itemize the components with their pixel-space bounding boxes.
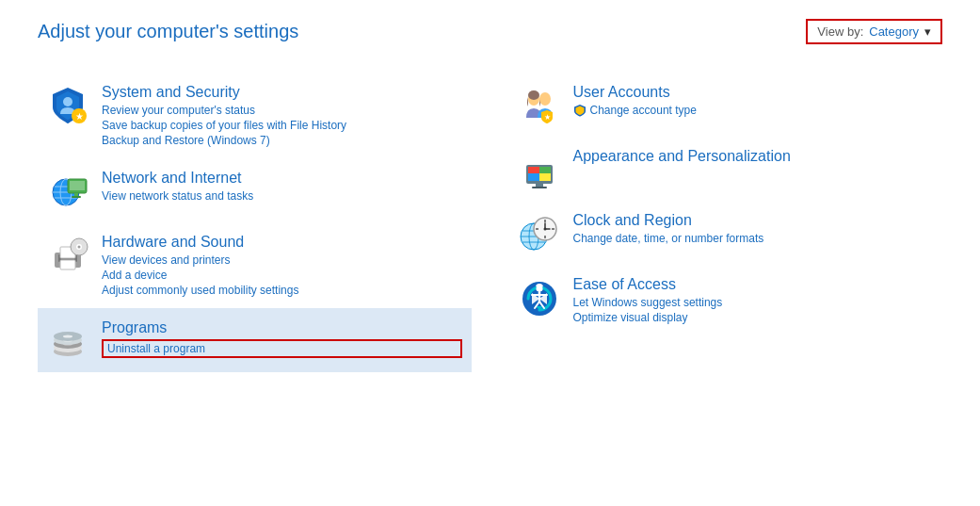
network-internet-icon — [47, 170, 88, 211]
mobility-settings-link[interactable]: Adjust commonly used mobility settings — [102, 284, 462, 297]
category-appearance[interactable]: Appearance and Personalization — [509, 137, 943, 201]
svg-point-56 — [536, 286, 542, 292]
svg-rect-33 — [536, 184, 543, 187]
svg-point-26 — [63, 335, 72, 338]
view-by-arrow: ▾ — [924, 24, 931, 39]
network-internet-content: Network and Internet View network status… — [102, 170, 462, 203]
svg-rect-35 — [528, 167, 539, 173]
system-security-icon: ★ — [47, 84, 88, 125]
view-devices-link[interactable]: View devices and printers — [102, 253, 462, 267]
svg-point-29 — [539, 92, 551, 106]
user-accounts-content: User Accounts Change account type — [573, 84, 934, 117]
programs-content: Programs Uninstall a program — [102, 319, 462, 358]
date-time-link[interactable]: Change date, time, or number formats — [573, 232, 934, 245]
hardware-sound-content: Hardware and Sound View devices and prin… — [102, 234, 462, 297]
category-system-security[interactable]: ★ System and Security Review your comput… — [38, 73, 472, 158]
categories-grid: ★ System and Security Review your comput… — [38, 73, 942, 372]
left-column: ★ System and Security Review your comput… — [38, 73, 472, 372]
add-device-link[interactable]: Add a device — [102, 269, 462, 282]
clock-region-content: Clock and Region Change date, time, or n… — [573, 212, 934, 245]
optimize-display-link[interactable]: Optimize visual display — [573, 311, 934, 324]
category-hardware-sound[interactable]: Hardware and Sound View devices and prin… — [38, 222, 472, 308]
user-accounts-icon: ★ — [519, 84, 560, 125]
ease-of-access-title[interactable]: Ease of Access — [573, 276, 934, 293]
uninstall-program-link[interactable]: Uninstall a program — [102, 339, 462, 358]
system-security-title[interactable]: System and Security — [102, 84, 462, 101]
svg-point-0 — [63, 97, 72, 106]
view-by-value[interactable]: Category — [869, 24, 919, 39]
appearance-content: Appearance and Personalization — [573, 148, 934, 168]
svg-rect-36 — [539, 167, 551, 173]
ease-of-access-content: Ease of Access Let Windows suggest setti… — [573, 276, 934, 324]
category-programs[interactable]: Programs Uninstall a program — [38, 308, 472, 372]
svg-text:★: ★ — [75, 111, 84, 122]
backup-restore-link[interactable]: Backup and Restore (Windows 7) — [102, 134, 462, 147]
ease-of-access-links: Let Windows suggest settings Optimize vi… — [573, 296, 934, 324]
view-by-selector[interactable]: View by: Category ▾ — [806, 19, 942, 44]
programs-links: Uninstall a program — [102, 339, 462, 358]
appearance-icon — [519, 148, 560, 189]
programs-title[interactable]: Programs — [102, 319, 462, 336]
clock-region-title[interactable]: Clock and Region — [573, 212, 934, 229]
system-security-links: Review your computer's status Save backu… — [102, 104, 462, 147]
control-panel-page: Adjust your computer's settings View by:… — [0, 0, 980, 391]
clock-region-links: Change date, time, or number formats — [573, 232, 934, 245]
suggest-settings-link[interactable]: Let Windows suggest settings — [573, 296, 934, 309]
user-accounts-title[interactable]: User Accounts — [573, 84, 934, 101]
clock-region-icon — [519, 212, 560, 253]
category-network-internet[interactable]: Network and Internet View network status… — [38, 158, 472, 222]
appearance-title[interactable]: Appearance and Personalization — [573, 148, 934, 165]
system-security-content: System and Security Review your computer… — [102, 84, 462, 147]
user-accounts-links: Change account type — [573, 104, 934, 117]
svg-rect-9 — [70, 181, 85, 190]
programs-icon — [47, 319, 88, 361]
svg-rect-11 — [72, 196, 81, 198]
file-history-link[interactable]: Save backup copies of your files with Fi… — [102, 119, 462, 132]
hardware-sound-links: View devices and printers Add a device A… — [102, 253, 462, 297]
category-ease-of-access[interactable]: Ease of Access Let Windows suggest setti… — [509, 265, 943, 335]
page-title: Adjust your computer's settings — [38, 21, 298, 42]
svg-point-28 — [528, 90, 539, 100]
header: Adjust your computer's settings View by:… — [38, 19, 942, 44]
svg-rect-15 — [60, 260, 75, 269]
review-status-link[interactable]: Review your computer's status — [102, 104, 462, 117]
view-by-label: View by: — [817, 24, 863, 39]
shield-small-icon — [573, 104, 586, 117]
svg-rect-34 — [532, 187, 547, 188]
network-internet-title[interactable]: Network and Internet — [102, 170, 462, 187]
svg-point-18 — [78, 246, 81, 249]
change-account-type-link[interactable]: Change account type — [590, 104, 697, 117]
svg-point-52 — [543, 228, 546, 231]
category-user-accounts[interactable]: ★ User Accounts Change account type — [509, 73, 943, 137]
svg-rect-37 — [528, 173, 539, 181]
hardware-sound-title[interactable]: Hardware and Sound — [102, 234, 462, 251]
svg-rect-10 — [74, 193, 78, 196]
ease-of-access-icon — [519, 276, 560, 318]
svg-text:★: ★ — [543, 113, 550, 122]
hardware-sound-icon — [47, 234, 88, 275]
network-internet-links: View network status and tasks — [102, 189, 462, 203]
category-clock-region[interactable]: Clock and Region Change date, time, or n… — [509, 201, 943, 265]
svg-rect-38 — [539, 173, 551, 181]
right-column: ★ User Accounts Change account type — [509, 73, 943, 372]
network-status-link[interactable]: View network status and tasks — [102, 189, 462, 203]
